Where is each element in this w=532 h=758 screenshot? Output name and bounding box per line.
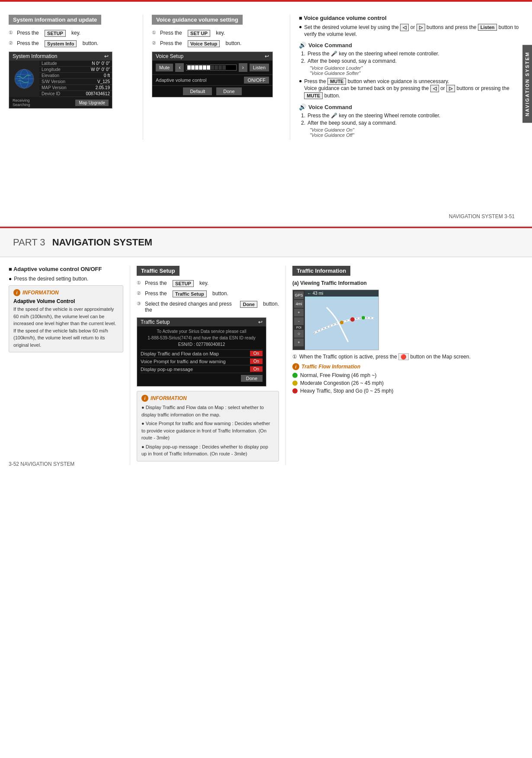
vol-bullet-row: ● Set the desired volume level by using … [299, 24, 523, 37]
b-col-adaptive: ■ Adaptive volume control ON/OFF ● Press… [9, 266, 130, 465]
sys-info-body: Latitude N 0° 0' 0" Longitude W 0° 0' 0"… [9, 61, 112, 97]
map-version-row: MAP Version 2.05.19 [39, 85, 112, 91]
onoff-button[interactable]: ON/OFF [244, 77, 269, 84]
map-btn-gps[interactable]: GPS [294, 291, 304, 299]
traffic-map: ← 43 mi GPS 4mi + - POI ☆ + [292, 290, 379, 350]
part3-header: PART 3 NAVIGATION SYSTEM [0, 227, 532, 257]
traffic-done-row: Done [141, 373, 263, 384]
vol-seg-6 [207, 65, 210, 70]
ts-step3: ③ Select the desired changes and press t… [137, 301, 279, 313]
map-svg [305, 299, 378, 350]
right-arrow-key: ▷ [417, 24, 425, 31]
traffic-info-bullet-2: ● Voice Prompt for traffic and flow warn… [141, 420, 274, 442]
vol-seg-5 [203, 65, 206, 70]
sw-version-row: S/W Version V_125 [39, 79, 112, 85]
cmd1-quote-1: "Voice Guidance Louder" [310, 65, 523, 71]
default-button[interactable]: Default [183, 87, 212, 95]
info-subtitle: Adaptive Volume Control [13, 298, 119, 304]
info-box-header: i INFORMATION [13, 289, 119, 296]
device-id-row: Device ID 0087434612 [39, 91, 112, 97]
setup-key2: SET UP [188, 30, 210, 37]
sys-info-header: System Information ↩ [9, 52, 112, 61]
traffic-info-bullet-3: ● Display pop-up message : Decides wheth… [141, 443, 274, 458]
listen-button[interactable]: Listen [250, 64, 269, 71]
voice-setup-header: Voice Setup ↩ [152, 52, 272, 61]
done-button[interactable]: Done [216, 87, 241, 95]
volume-control-row: Mute ‹ › Listen [152, 61, 272, 74]
traffic-row-2: Voice Prompt for traffic and flow warnin… [141, 357, 263, 365]
section-title-voice: Voice guidance volume setting [152, 15, 243, 25]
vol-up-button[interactable]: › [239, 63, 247, 72]
left-arr-key: ◁ [430, 85, 439, 92]
map-btn-plus2[interactable]: + [294, 339, 304, 346]
activate-text-2: 1-888-539-Sirius(7474) and have the data… [141, 335, 263, 340]
svg-point-8 [362, 316, 365, 319]
vol-seg-2 [191, 65, 195, 70]
vol-seg-1 [187, 65, 191, 70]
vol-seg-10 [222, 65, 226, 70]
col-voice-guidance: Voice guidance volume setting ① Press th… [143, 15, 290, 140]
traffic-setup-header: Traffic Setup ↩ [137, 318, 266, 326]
globe-icon-container [9, 61, 39, 97]
map-toolbar: GPS 4mi + - POI ☆ + [293, 290, 305, 350]
map-btn-zoom[interactable]: 4mi [294, 300, 304, 308]
voice-setup-key: Voice Setup [188, 40, 220, 47]
traffic-info-bullet-1: ● Display Traffic and Flow data on Map :… [141, 404, 274, 418]
vol-seg-4 [199, 65, 202, 70]
mute-key-1: MUTE [327, 78, 346, 85]
sys-info-footer: Receiving Searching Map Upgrade [9, 97, 112, 108]
vol-seg-8 [215, 65, 218, 70]
info-icon: i [13, 289, 20, 296]
voice-setup-actions: Default Done [152, 85, 272, 97]
flow-dot-yellow [292, 381, 298, 386]
viewing-traffic-subtitle: (a) Viewing Traffic Information [292, 280, 523, 286]
esn-text: ESN/ID : 027786040812 [141, 342, 263, 347]
system-info-widget: System Information ↩ [9, 52, 112, 109]
ts-traffic-key: Traffic Setup [173, 290, 207, 297]
page-number-bottom: 3-52 NAVIGATION SYSTEM [9, 461, 74, 467]
svg-point-7 [340, 321, 343, 324]
flow-dot-green [292, 373, 298, 378]
side-navigation-tab: NAVIGATION SYSTEM [522, 45, 532, 123]
voice-cmd2-list: 1. Press the 🎤 key on the steering Wheel… [301, 113, 523, 138]
bottom-section: ■ Adaptive volume control ON/OFF ● Press… [0, 257, 532, 474]
map-btn-zoom-out[interactable]: - [294, 317, 304, 325]
col-voice-control: ■ Voice guidance volume control ● Set th… [290, 15, 523, 140]
traffic-info-box: i INFORMATION ● Display Traffic and Flow… [137, 391, 279, 461]
sys-info-back-btn[interactable]: ↩ [104, 53, 109, 59]
vol-seg-9 [218, 65, 222, 70]
longitude-row: Longitude W 0° 0' 0" [39, 67, 112, 73]
voice-cmd1-list: 1. Press the 🎤 key on the steering wheel… [301, 51, 523, 76]
flow-dot-red [292, 388, 298, 394]
traffic-flow-header: i Traffic Flow Information [292, 363, 523, 370]
voice-setup-widget: Voice Setup ↩ Mute ‹ [152, 52, 273, 97]
elevation-row: Elevation 0 ft [39, 73, 112, 79]
activate-text-1: To Activate your Sirius Data service ple… [141, 329, 263, 334]
cmd2-item-2: 2. After the beep sound, say a command. [301, 120, 523, 126]
voice-setup-back-btn[interactable]: ↩ [265, 53, 269, 59]
mute-button[interactable]: Mute [156, 64, 173, 71]
b-col-traffic-setup: Traffic Setup ① Press the SETUP key. ② P… [130, 266, 285, 465]
traffic-setup-back-btn[interactable]: ↩ [258, 319, 263, 325]
map-top-bar: ← 43 mi [305, 290, 378, 297]
vol-down-button[interactable]: ‹ [175, 63, 184, 72]
ts-done-key: Done [240, 301, 257, 308]
flow-item-3: Heavy Traffic, Stop and Go (0 ~ 25 mph) [292, 388, 523, 394]
step2-row: ② Press the System Info button. [9, 40, 134, 47]
traffic-map-btn-icon: 🔴 [398, 353, 409, 360]
listen-key: Listen [478, 24, 497, 31]
map-btn-zoom-in[interactable]: + [294, 309, 304, 316]
traffic-active-text: ① When the Traffic option is active, pre… [292, 354, 523, 360]
speaker-icon-2: 🔊 [299, 103, 306, 110]
vol-seg-3 [195, 65, 199, 70]
vstep2-row: ② Press the Voice Setup button. [152, 40, 281, 47]
map-upgrade-button[interactable]: Map Upgrade [75, 100, 109, 106]
traffic-on-3: On [250, 366, 263, 372]
voice-cmd2-header: 🔊 Voice Command [299, 103, 523, 110]
traffic-info-title: Traffic Information [292, 266, 350, 276]
vstep1-row: ① Press the SET UP key. [152, 30, 281, 37]
cmd1-item-2: 2. After the beep sound, say a command. [301, 58, 523, 64]
traffic-done-button[interactable]: Done [241, 375, 263, 382]
map-btn-poi[interactable]: ☆ [294, 330, 304, 338]
cmd1-item-1: 1. Press the 🎤 key on the steering wheel… [301, 51, 523, 57]
